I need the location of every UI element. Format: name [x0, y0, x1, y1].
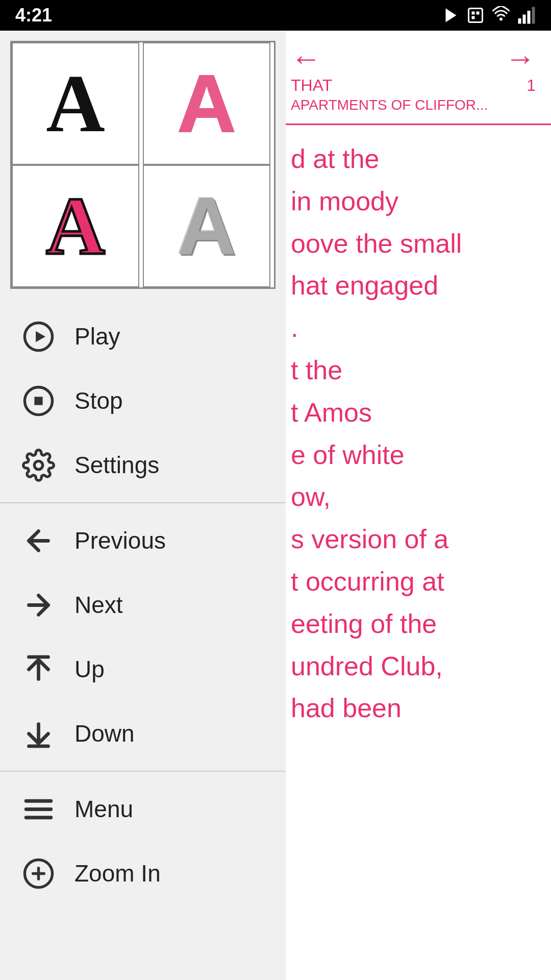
svg-rect-2 — [472, 12, 475, 15]
book-page-number: 1 — [527, 76, 536, 95]
book-text-line-11: eeting of the — [291, 605, 536, 643]
gear-icon — [20, 447, 56, 483]
play-icon — [20, 318, 56, 354]
svg-rect-3 — [477, 12, 480, 15]
down-menu-item[interactable]: Down — [0, 701, 286, 766]
book-text-line-10: t occurring at — [291, 563, 536, 600]
book-text-line-0: d at the — [291, 140, 536, 178]
font-cell-sans-pink[interactable]: A — [143, 42, 270, 165]
status-icons — [442, 6, 536, 24]
book-text-line-1: in moody — [291, 183, 536, 220]
menu-items: Play Stop Settings — [0, 299, 286, 911]
book-chapter: THAT — [291, 76, 332, 95]
left-panel: A A A A Play — [0, 31, 286, 980]
svg-rect-6 — [518, 18, 521, 24]
menu-label: Menu — [74, 795, 133, 823]
sim-icon — [466, 6, 485, 24]
play-menu-item[interactable]: Play — [0, 304, 286, 369]
up-menu-item[interactable]: Up — [0, 637, 286, 701]
forward-arrow-button[interactable]: → — [505, 41, 536, 76]
arrow-down-icon — [20, 716, 56, 751]
book-text-line-5: t the — [291, 352, 536, 389]
stop-icon — [20, 383, 56, 419]
book-header: ← → — [276, 31, 551, 76]
plus-circle-icon — [20, 855, 56, 891]
arrow-left-icon — [20, 523, 56, 558]
divider-1 — [0, 502, 286, 503]
font-letter-sans-pink: A — [177, 57, 236, 151]
svg-rect-7 — [523, 15, 526, 24]
svg-rect-1 — [469, 9, 483, 22]
font-cell-sans-grey-3d[interactable]: A — [143, 165, 270, 287]
book-text-line-12: undred Club, — [291, 648, 536, 685]
arrow-right-icon — [20, 587, 56, 623]
notification-icon — [442, 6, 460, 24]
font-letter-serif-black: A — [46, 57, 105, 151]
book-content: d at the in moody oove the small hat eng… — [276, 125, 551, 980]
stop-label: Stop — [74, 387, 123, 414]
status-time: 4:21 — [15, 5, 52, 26]
settings-menu-item[interactable]: Settings — [0, 433, 286, 497]
svg-rect-4 — [472, 16, 475, 19]
book-text-line-3: hat engaged — [291, 267, 536, 304]
menu-menu-item[interactable]: Menu — [0, 777, 286, 841]
right-panel: ← → THAT 1 APARTMENTS OF CLIFFOR... d at… — [276, 31, 551, 980]
previous-menu-item[interactable]: Previous — [0, 508, 286, 573]
font-cell-serif-pink-outline[interactable]: A — [12, 165, 139, 287]
up-label: Up — [74, 655, 105, 683]
zoom-in-menu-item[interactable]: Zoom In — [0, 841, 286, 905]
wifi-icon — [491, 6, 511, 24]
divider-2 — [0, 771, 286, 772]
settings-label: Settings — [74, 451, 159, 479]
next-menu-item[interactable]: Next — [0, 573, 286, 637]
play-label: Play — [74, 323, 120, 350]
font-grid: A A A A — [10, 41, 276, 289]
status-bar: 4:21 — [0, 0, 551, 31]
font-letter-sans-grey-3d: A — [177, 179, 236, 273]
signal-icon — [517, 6, 536, 24]
svg-marker-0 — [446, 9, 457, 22]
book-title-area: THAT 1 APARTMENTS OF CLIFFOR... — [276, 76, 551, 125]
svg-point-14 — [34, 461, 42, 469]
font-cell-serif-black[interactable]: A — [12, 42, 139, 165]
book-text-line-2: oove the small — [291, 225, 536, 262]
book-text-line-8: ow, — [291, 478, 536, 516]
svg-point-5 — [499, 18, 503, 21]
previous-label: Previous — [74, 527, 166, 554]
book-text-line-7: e of white — [291, 436, 536, 474]
svg-rect-13 — [34, 397, 42, 405]
down-label: Down — [74, 720, 135, 747]
back-arrow-button[interactable]: ← — [291, 41, 321, 76]
book-text-line-4: . — [291, 309, 536, 347]
menu-icon — [20, 791, 56, 827]
next-label: Next — [74, 591, 123, 619]
zoom-in-label: Zoom In — [74, 860, 161, 887]
stop-menu-item[interactable]: Stop — [0, 369, 286, 433]
book-text-line-13: had been — [291, 690, 536, 727]
arrow-up-icon — [20, 651, 56, 687]
svg-marker-11 — [36, 331, 45, 342]
font-letter-serif-pink-outline: A — [46, 179, 105, 274]
book-subtitle: APARTMENTS OF CLIFFOR... — [291, 97, 536, 113]
svg-rect-9 — [532, 7, 535, 24]
book-text-line-9: s version of a — [291, 521, 536, 558]
book-text-line-6: t Amos — [291, 394, 536, 431]
svg-rect-8 — [528, 11, 531, 24]
